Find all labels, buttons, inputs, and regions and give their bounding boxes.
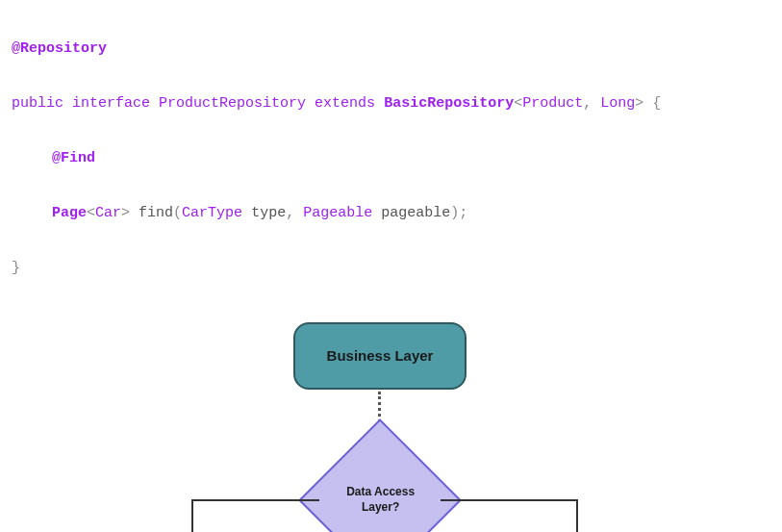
punc-gt2: > (121, 205, 130, 221)
class-basic-repository: BasicRepository (384, 95, 514, 112)
paren-close: ) (450, 205, 459, 221)
method-find: find (139, 205, 173, 221)
punc-comma2: , (286, 205, 294, 221)
business-layer-node: Business Layer (293, 322, 467, 390)
class-page: Page (52, 205, 87, 221)
architecture-diagram: Business Layer Data Access Layer? SQL No… (0, 317, 782, 533)
kw-extends: extends (315, 95, 375, 112)
code-block: @Repository public interface ProductRepo… (0, 0, 782, 317)
business-layer-label: Business Layer (327, 347, 434, 364)
data-access-node: Data Access Layer? (298, 418, 462, 532)
param-pageable: pageable (381, 205, 450, 221)
data-access-line2: Layer? (361, 500, 398, 514)
semi: ; (459, 205, 467, 221)
type-car: Car (95, 205, 121, 221)
punc-lt2: < (87, 205, 95, 221)
punc-comma: , (583, 95, 592, 112)
type-product: Product (522, 95, 583, 112)
paren-open: ( (173, 205, 182, 221)
punc-gt: > (635, 95, 643, 112)
data-access-label: Data Access Layer? (346, 485, 415, 515)
data-access-line1: Data Access (346, 485, 415, 498)
brace-close: } (12, 260, 20, 276)
brace-open: { (652, 95, 661, 112)
annotation-find: @Find (52, 150, 95, 166)
kw-public: public (12, 95, 63, 112)
punc-lt: < (514, 95, 522, 112)
type-long: Long (600, 95, 635, 112)
kw-interface: interface (72, 95, 150, 112)
param-type: type (251, 205, 286, 221)
annotation-repository: @Repository (12, 40, 107, 57)
class-product-repository: ProductRepository (159, 95, 306, 112)
type-cartype: CarType (182, 205, 242, 221)
type-pageable: Pageable (303, 205, 372, 221)
